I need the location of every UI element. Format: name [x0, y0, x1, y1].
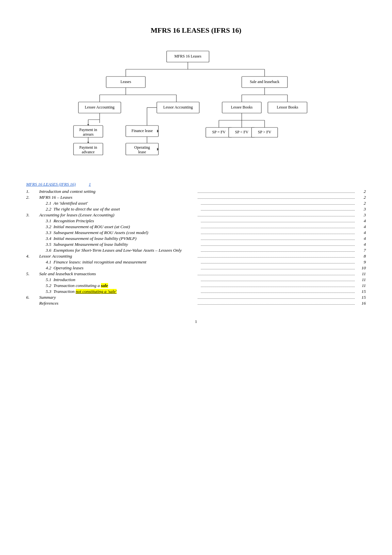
toc-page-3-2: 4 [356, 224, 366, 229]
toc-entry-3: 3. Accounting for leases (Lessee Account… [26, 212, 366, 218]
toc-dots-4-2 [201, 269, 355, 269]
toc-label-2: MFRS 16 – Leases [39, 195, 196, 200]
toc-dots-3 [198, 216, 355, 216]
toc-dots-3-4 [201, 240, 355, 240]
toc-doc-page: 1 [89, 182, 91, 187]
toc-num-2: 2. [26, 195, 39, 200]
toc-page-5-1: 11 [356, 277, 366, 282]
highlight-not-sale: not constituting a 'sale' [76, 289, 117, 294]
toc-entry-ref: References 16 [26, 301, 366, 306]
highlight-sale: sale [101, 283, 108, 288]
toc-section: MFRS 16 LEASES (IFRS 16) 1 1. Introducti… [26, 182, 366, 306]
toc-label-5: Sale and leaseback transactions [39, 271, 196, 277]
toc-dots-3-3 [201, 234, 355, 234]
toc-label-3: Accounting for leases (Lessee Accounting… [39, 212, 196, 218]
toc-dots-4-1 [201, 263, 355, 263]
toc-label-2-2: 2.2 The right to direct the use of the a… [46, 207, 200, 212]
svg-text:advance: advance [82, 150, 94, 154]
svg-text:arrears: arrears [83, 132, 94, 137]
toc-page-5-2: 11 [356, 283, 366, 288]
toc-page-5-3: 15 [356, 289, 366, 294]
toc-page-4: 8 [356, 254, 366, 259]
toc-label-3-5: 3.5 Subsequent Measurement of lease liab… [46, 242, 200, 247]
toc-page-2: 2 [356, 195, 366, 200]
toc-doc-title[interactable]: MFRS 16 LEASES (IFRS 16) [26, 182, 76, 187]
svg-text:MFRS 16 Leases: MFRS 16 Leases [174, 54, 202, 59]
toc-page-ref: 16 [356, 301, 366, 306]
toc-entry-4-1: 4.1 Finance leases: initial recognition … [26, 260, 366, 265]
toc-dots-5-1 [201, 281, 355, 281]
toc-entry-3-6: 3.6 Exemptions for Short-Term Leases and… [26, 248, 366, 253]
toc-num-3: 3. [26, 212, 39, 218]
toc-entry-3-5: 3.5 Subsequent Measurement of lease liab… [26, 242, 366, 247]
toc-label-5-2: 5.2 Transaction constituting a sale [46, 283, 200, 288]
toc-entry-3-3: 3.3 Subsequent Measurement of ROU Assets… [26, 230, 366, 235]
toc-entry-6: 6. Summary 15 [26, 295, 366, 300]
svg-text:Lessee Books: Lessee Books [231, 105, 253, 109]
toc-label-3-3: 3.3 Subsequent Measurement of ROU Assets… [46, 230, 200, 235]
toc-label-4-2: 4.2 Operating leases [46, 265, 200, 271]
toc-dots-1 [198, 193, 355, 193]
toc-entry-5-2: 5.2 Transaction constituting a sale 11 [26, 283, 366, 288]
svg-text:Payment in: Payment in [79, 145, 97, 150]
toc-dots-3-5 [201, 245, 355, 246]
toc-label-1: Introduction and context setting [39, 189, 196, 194]
toc-page-3-1: 4 [356, 218, 366, 224]
toc-entry-2-2: 2.2 The right to direct the use of the a… [26, 207, 366, 212]
page-title: MFRS 16 LEASES (IFRS 16) [26, 26, 366, 35]
toc-dots-4 [198, 257, 355, 258]
toc-page-3-4: 4 [356, 236, 366, 241]
svg-text:lease: lease [138, 150, 146, 154]
toc-dots-2 [198, 198, 355, 199]
toc-entry-3-2: 3.2 Initial measurement of ROU asset (at… [26, 224, 366, 229]
toc-dots-3-1 [201, 222, 355, 222]
toc-page-1: 2 [356, 189, 366, 194]
toc-entry-2-1: 2.1 An 'identified asset' 2 [26, 201, 366, 206]
toc-label-3-1: 3.1 Recognition Principles [46, 218, 200, 224]
toc-page-2-2: 3 [356, 207, 366, 212]
toc-entry-2: 2. MFRS 16 – Leases 2 [26, 195, 366, 200]
toc-label-3-2: 3.2 Initial measurement of ROU asset (at… [46, 224, 200, 229]
toc-num-6: 6. [26, 295, 39, 300]
toc-header: MFRS 16 LEASES (IFRS 16) 1 [26, 182, 366, 187]
toc-dots-2-1 [201, 204, 355, 205]
svg-text:Sale and leaseback: Sale and leaseback [250, 79, 280, 84]
toc-page-4-2: 10 [356, 265, 366, 271]
svg-text:Lessor Books: Lessor Books [277, 105, 298, 109]
toc-page-6: 15 [356, 295, 366, 300]
toc-label-5-1: 5.1 Introduction [46, 277, 200, 282]
toc-label-5-3: 5.3 Transaction not constituting a 'sale… [46, 289, 200, 294]
svg-text:Operating: Operating [134, 145, 150, 150]
toc-dots-ref [198, 304, 355, 305]
toc-dots-3-2 [201, 228, 355, 228]
toc-label-3-4: 3.4 Initial measurement of lease liabili… [46, 236, 200, 241]
toc-dots-3-6 [201, 251, 355, 252]
toc-dots-5-2 [201, 287, 355, 287]
svg-text:Leases: Leases [121, 79, 131, 84]
toc-page-5: 11 [356, 271, 366, 277]
toc-dots-6 [198, 298, 355, 299]
toc-label-6: Summary [39, 295, 196, 300]
toc-dots-5-3 [201, 293, 355, 293]
svg-text:Lessee Accounting: Lessee Accounting [85, 105, 115, 109]
toc-page-3: 3 [356, 212, 366, 218]
toc-dots-5 [198, 275, 355, 275]
toc-entry-1: 1. Introduction and context setting 2 [26, 189, 366, 194]
toc-num-4: 4. [26, 254, 39, 259]
toc-label-4: Lessor Accounting [39, 254, 196, 259]
svg-text:Payment in: Payment in [79, 127, 97, 132]
toc-entry-4-2: 4.2 Operating leases 10 [26, 265, 366, 271]
toc-entry-5: 5. Sale and leaseback transactions 11 [26, 271, 366, 277]
toc-page-2-1: 2 [356, 201, 366, 206]
toc-page-3-5: 4 [356, 242, 366, 247]
diagram-container: MFRS 16 Leases Leases Sale and leaseback… [26, 48, 366, 165]
toc-label-4-1: 4.1 Finance leases: initial recognition … [46, 260, 200, 265]
toc-entry-5-1: 5.1 Introduction 11 [26, 277, 366, 282]
toc-entry-4: 4. Lessor Accounting 8 [26, 254, 366, 259]
toc-num-5: 5. [26, 271, 39, 277]
toc-label-3-6: 3.6 Exemptions for Short-Term Leases and… [46, 248, 200, 253]
toc-entry-5-3: 5.3 Transaction not constituting a 'sale… [26, 289, 366, 294]
toc-page-4-1: 9 [356, 260, 366, 265]
svg-text:Finance lease: Finance lease [132, 128, 153, 133]
toc-label-ref: References [39, 301, 196, 306]
